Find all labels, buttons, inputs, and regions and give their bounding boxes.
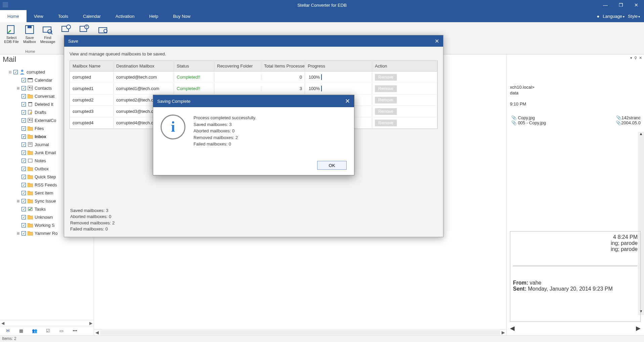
col-mailbox-name[interactable]: Mailbox Name [70, 61, 114, 71]
prev-message-icon[interactable]: ◀ [510, 325, 515, 332]
next-message-icon[interactable]: ▶ [636, 325, 641, 332]
cell-name: corrupted [70, 72, 114, 82]
window-maximize-button[interactable]: ❐ [613, 0, 629, 10]
checkbox-icon[interactable] [22, 167, 26, 171]
calendar-nav-icon[interactable]: ▦ [17, 328, 25, 334]
attachment-icon: 📎 [616, 120, 621, 125]
mail-nav-icon[interactable]: ✉ [4, 328, 11, 334]
svg-rect-18 [31, 88, 32, 89]
scroll-track[interactable] [100, 330, 500, 335]
checkbox-icon[interactable] [22, 223, 26, 227]
ok-button[interactable]: OK [317, 161, 347, 170]
people-nav-icon[interactable]: 👥 [31, 328, 38, 334]
tasks-nav-icon[interactable]: ☑ [44, 328, 52, 334]
checkbox-icon[interactable] [22, 94, 26, 98]
app-icon [3, 2, 8, 7]
col-destination[interactable]: Destination Mailbox [114, 61, 174, 71]
window-minimize-button[interactable]: — [598, 0, 613, 10]
tree-node-label: Files [35, 126, 44, 131]
cell-dest: corrupted1@tech.com [114, 83, 174, 94]
checkbox-icon[interactable] [22, 134, 26, 139]
checkbox-icon[interactable] [22, 86, 26, 90]
svg-rect-19 [29, 103, 32, 106]
checkbox-icon[interactable] [22, 231, 26, 236]
remove-button[interactable]: Remove [375, 74, 397, 81]
folder-icon [27, 230, 33, 236]
more-nav-icon[interactable]: ••• [71, 328, 79, 334]
table-row[interactable]: corruptedcorrupted@tech.comCompleted!!01… [70, 72, 437, 83]
window-close-button[interactable]: ✕ [629, 0, 644, 10]
center-hscroll[interactable]: ◀ ▶ [94, 329, 506, 335]
checkbox-icon[interactable] [22, 118, 26, 123]
notes-nav-icon[interactable]: ▭ [58, 328, 65, 334]
expand-icon[interactable]: ⊞ [16, 86, 20, 90]
trash-icon [27, 101, 33, 107]
save-dialog-close-icon[interactable]: ✕ [435, 38, 439, 44]
tab-calendar[interactable]: Calendar [76, 10, 108, 22]
col-total[interactable]: Total Items Processed [261, 61, 305, 71]
collapse-icon[interactable]: ⊟ [8, 70, 12, 74]
tab-home[interactable]: Home [0, 10, 27, 22]
remove-button[interactable]: Remove [375, 120, 397, 126]
svg-rect-24 [31, 120, 32, 120]
checkbox-icon[interactable] [22, 151, 26, 155]
tab-help[interactable]: Help [142, 10, 166, 22]
scroll-right-icon[interactable]: ▶ [89, 321, 92, 326]
style-dropdown[interactable]: Style▾ [628, 14, 640, 19]
save-summary: Saved mailboxes: 3 Aborted mailboxes: 0 … [70, 208, 115, 232]
cal-icon [27, 77, 33, 83]
cell-progress: 100% [305, 83, 372, 94]
checkbox-icon[interactable] [22, 215, 26, 219]
modal-text: Process completed successfully. Saved ma… [194, 115, 256, 147]
col-action[interactable]: Action [372, 61, 437, 71]
checkbox-icon[interactable] [13, 70, 18, 74]
checkbox-icon[interactable] [22, 191, 26, 195]
remove-button[interactable]: Remove [375, 108, 397, 115]
language-dropdown[interactable]: Language▾ [603, 14, 625, 19]
expand-icon[interactable]: ⊞ [16, 199, 20, 203]
attachment-row[interactable]: 📎 Copy.jpg 📎142stranc [510, 115, 641, 120]
attachment-icon: 📎 [511, 120, 517, 125]
tab-tools[interactable]: Tools [51, 10, 76, 22]
pin-icon[interactable]: ⚲ [634, 56, 637, 60]
sidebar-hscroll[interactable]: ◀ ▶ [0, 320, 94, 326]
tree-node-label: Yammer Ro [35, 231, 57, 236]
checkbox-icon[interactable] [22, 142, 26, 147]
checkbox-icon[interactable] [22, 175, 26, 179]
notes-icon [27, 158, 33, 163]
tree-node-label: Sync Issue [35, 199, 56, 204]
col-progress[interactable]: Progress [305, 61, 372, 71]
pane-close-icon[interactable]: ✕ [639, 56, 642, 60]
expand-icon[interactable]: ⊞ [16, 231, 20, 235]
scroll-right-icon[interactable]: ▶ [500, 330, 506, 335]
tab-activation[interactable]: Activation [108, 10, 142, 22]
folder-icon [27, 182, 33, 187]
tab-view[interactable]: View [27, 10, 51, 22]
checkbox-icon[interactable] [22, 102, 26, 106]
modal-close-icon[interactable]: ✕ [345, 97, 350, 105]
checkbox-icon[interactable] [22, 199, 26, 203]
tab-buy-now[interactable]: Buy Now [166, 10, 198, 22]
remove-button[interactable]: Remove [375, 85, 397, 92]
checkbox-icon[interactable] [22, 183, 26, 187]
remove-button[interactable]: Remove [375, 97, 397, 103]
checkbox-icon[interactable] [22, 126, 26, 131]
saving-complete-dialog: Saving Complete ✕ i Process completed su… [153, 95, 354, 175]
folder-icon [27, 190, 33, 196]
checkbox-icon[interactable] [22, 110, 26, 115]
preview-subject: data [510, 90, 641, 95]
pane-menu-icon[interactable]: ▾ [630, 56, 632, 60]
scroll-left-icon[interactable]: ◀ [94, 330, 100, 335]
checkbox-icon[interactable] [22, 159, 26, 163]
col-recovering[interactable]: Recovering Folder [214, 61, 261, 71]
scroll-up-icon[interactable]: ▲ [638, 132, 644, 138]
modal-titlebar[interactable]: Saving Complete ✕ [153, 95, 354, 107]
table-row[interactable]: corrupted1corrupted1@tech.comCompleted!!… [70, 83, 437, 94]
scroll-left-icon[interactable]: ◀ [1, 321, 4, 326]
preview-pane: ▾ ⚲ ✕ xch10.local> data 9:10 PM 📎 Copy.j… [506, 54, 644, 335]
save-dialog-titlebar[interactable]: Save ✕ [64, 35, 443, 47]
checkbox-icon[interactable] [22, 207, 26, 211]
checkbox-icon[interactable] [22, 78, 26, 82]
attachment-row[interactable]: 📎 005 - Copy.jpg 📎2004.05.0 [510, 120, 641, 125]
col-status[interactable]: Status [174, 61, 214, 71]
